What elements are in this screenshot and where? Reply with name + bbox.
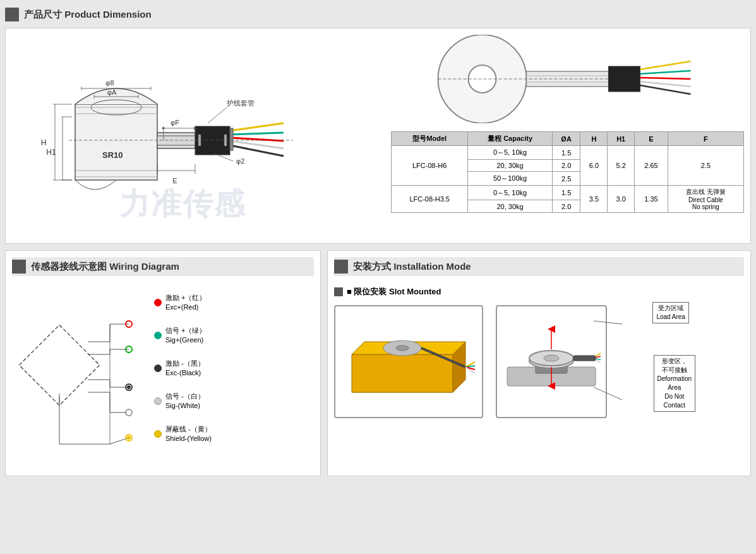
wire-label-white-sub: Sig-(White)	[165, 401, 205, 411]
svg-line-54	[640, 71, 691, 74]
svg-line-5	[230, 123, 284, 131]
wiring-header-bar	[12, 260, 26, 274]
left-diagram: φF φ2 φ8 φA	[12, 35, 378, 237]
col-oa: ØA	[552, 132, 580, 146]
capacity-2: 20, 30kg	[468, 160, 552, 172]
page-wrapper: 产品尺寸 Product Dimension	[0, 0, 756, 481]
table-row: LFC-08-H6 0～5, 10kg 1.5 6.0 5.2 2.65 2.5	[392, 146, 744, 160]
svg-text:护线套管: 护线套管	[226, 99, 255, 107]
install-3d-container	[334, 305, 483, 418]
wire-label-black-main: 激励 -（黑）	[165, 359, 205, 368]
capacity-3: 50～100kg	[468, 172, 552, 186]
svg-line-40	[208, 107, 227, 123]
svg-line-6	[230, 133, 284, 135]
wire-label-yellow-sub: Shield-(Yellow)	[165, 434, 212, 443]
wire-dot-white	[154, 397, 162, 405]
wire-label-white: 信号 -（白） Sig-(White)	[154, 392, 212, 411]
technical-drawing-svg: φF φ2 φ8 φA	[12, 35, 378, 237]
wire-label-black-sub: Exc-(Black)	[165, 368, 205, 378]
install-3d-svg	[339, 310, 478, 411]
f-1: 2.5	[668, 146, 743, 186]
installation-mode-header: 安装方式 Installation Mode	[334, 257, 744, 276]
f-2: 直出线 无弹簧Direct CableNo spring	[668, 186, 743, 213]
install-img-box-sensor	[496, 305, 607, 418]
wiring-section: 传感器接线示意图 Wiring Diagram	[5, 250, 321, 476]
h-1: 6.0	[580, 146, 608, 186]
svg-point-67	[127, 436, 131, 440]
svg-line-57	[640, 85, 691, 94]
col-model: 型号Model	[392, 132, 468, 146]
svg-line-89	[596, 356, 601, 358]
installation-images: 受力区域Load Area 形变区，不可接触DeformationAreaDo …	[334, 305, 744, 418]
svg-rect-52	[609, 66, 640, 92]
wiring-diagram-header: 传感器接线示意图 Wiring Diagram	[12, 257, 314, 276]
wire-label-white-main: 信号 -（白）	[165, 392, 205, 401]
installation-content: ■ 限位安装 Slot Mounted	[334, 280, 744, 425]
wire-text-yellow: 屏蔽线 -（黄） Shield-(Yellow)	[165, 425, 212, 444]
wire-label-yellow-main: 屏蔽线 -（黄）	[165, 425, 212, 434]
spec-table-container: 型号Model 量程 Capacity ØA H H1 E F	[391, 131, 744, 213]
wire-label-green: 信号 +（绿） Sig+(Green)	[154, 326, 212, 346]
callout-deformation-area: 形变区，不可接触DeformationAreaDo NotContact	[654, 355, 695, 412]
svg-line-56	[640, 81, 691, 87]
svg-point-86	[544, 355, 559, 361]
svg-line-90	[596, 359, 601, 359]
installation-section: 安装方式 Installation Mode ■ 限位安装 Slot Mount…	[327, 250, 751, 476]
install-sensor-container: 受力区域Load Area 形变区，不可接触DeformationAreaDo …	[496, 305, 607, 418]
col-f: F	[668, 132, 743, 146]
wire-label-yellow: 屏蔽线 -（黄） Shield-(Yellow)	[154, 425, 212, 444]
wire-label-red-sub: Exc+(Red)	[165, 303, 206, 312]
svg-line-88	[596, 353, 601, 356]
product-dimension-title: 产品尺寸 Product Dimension	[24, 9, 152, 21]
svg-text:H: H	[41, 138, 47, 147]
capacity-5: 20, 30kg	[468, 200, 552, 213]
wiring-content: 激励 +（红） Exc+(Red) 信号 +（绿） Sig+(Green)	[12, 280, 314, 469]
svg-marker-71	[352, 354, 453, 392]
model-lfc08h6: LFC-08-H6	[392, 146, 468, 186]
oa-5: 2.0	[552, 200, 580, 213]
svg-rect-0	[75, 104, 157, 180]
oa-2: 2.0	[552, 160, 580, 172]
spec-table-body: LFC-08-H6 0～5, 10kg 1.5 6.0 5.2 2.65 2.5…	[392, 146, 744, 213]
slot-mounted-title: ■ 限位安装 Slot Mounted	[347, 286, 441, 298]
svg-point-65	[127, 411, 131, 414]
right-content: 型号Model 量程 Capacity ØA H H1 E F	[391, 35, 744, 237]
svg-text:φ8: φ8	[105, 79, 114, 87]
wire-label-green-sub: Sig+(Green)	[165, 335, 206, 345]
install-img-box-3d	[334, 305, 483, 418]
wire-text-red: 激励 +（红） Exc+(Red)	[165, 293, 206, 313]
wire-text-green: 信号 +（绿） Sig+(Green)	[165, 326, 206, 346]
oa-3: 2.5	[552, 172, 580, 186]
wire-label-green-main: 信号 +（绿）	[165, 326, 206, 335]
product-dimension-header: 产品尺寸 Product Dimension	[5, 5, 751, 24]
svg-text:SR10: SR10	[102, 150, 123, 160]
col-e: E	[635, 132, 668, 146]
e-2: 1.35	[635, 186, 668, 213]
h1-1: 5.2	[608, 146, 635, 186]
header-bar	[5, 8, 19, 21]
oa-1: 1.5	[552, 146, 580, 160]
slot-mounted-header: ■ 限位安装 Slot Mounted	[334, 286, 744, 298]
wire-text-black: 激励 -（黑） Exc-(Black)	[165, 359, 205, 378]
wire-dot-black	[154, 364, 162, 372]
3d-ring-svg	[391, 35, 744, 123]
svg-rect-3	[157, 136, 195, 145]
svg-text:φA: φA	[107, 88, 117, 96]
svg-point-63	[127, 385, 131, 389]
capacity-4: 0～5, 10kg	[468, 186, 552, 200]
svg-rect-59	[19, 325, 99, 405]
h1-2: 3.0	[608, 186, 635, 213]
capacity-1: 0～5, 10kg	[468, 146, 552, 160]
wire-text-white: 信号 -（白） Sig-(White)	[165, 392, 205, 411]
bottom-sections: 传感器接线示意图 Wiring Diagram	[5, 250, 751, 476]
svg-line-53	[640, 61, 691, 69]
svg-text:E: E	[172, 177, 177, 184]
h-2: 3.5	[580, 186, 608, 213]
wire-label-black: 激励 -（黑） Exc-(Black)	[154, 359, 212, 378]
wire-dot-green	[154, 332, 162, 339]
oa-4: 1.5	[552, 186, 580, 200]
svg-line-91	[596, 360, 601, 363]
svg-point-75	[396, 346, 409, 351]
slot-mounted-icon	[334, 287, 343, 296]
svg-rect-10	[230, 128, 233, 150]
